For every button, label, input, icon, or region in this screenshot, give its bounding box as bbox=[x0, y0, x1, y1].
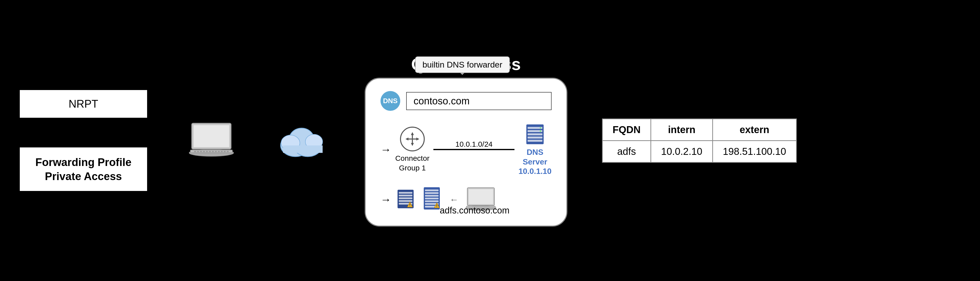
adfs-server-icon-1: ! bbox=[396, 188, 418, 213]
quick-access-box: builtin DNS forwarder DNS contoso.com → bbox=[365, 78, 567, 226]
forwarding-box: Forwarding Profile Private Access bbox=[20, 147, 147, 191]
connector-group-label: Connector Group 1 bbox=[395, 153, 430, 172]
svg-rect-21 bbox=[283, 145, 323, 153]
svg-rect-39 bbox=[399, 197, 412, 199]
dns-server-line2: Server bbox=[523, 157, 547, 166]
adfs-icon-1-block: ! bbox=[396, 188, 418, 213]
svg-rect-55 bbox=[468, 189, 493, 204]
svg-text:!: ! bbox=[409, 203, 410, 207]
dns-domain-field: contoso.com bbox=[406, 92, 552, 110]
adfs-icons-block: ! bbox=[396, 186, 445, 213]
dns-server-block: DNS Server 10.0.1.10 bbox=[519, 123, 551, 176]
svg-rect-11 bbox=[215, 151, 217, 152]
svg-text:!: ! bbox=[436, 204, 438, 208]
svg-rect-1 bbox=[194, 125, 229, 147]
dns-row: DNS contoso.com bbox=[380, 91, 552, 111]
connector-group-line1: Connector bbox=[395, 154, 430, 162]
connector-row: → Con bbox=[380, 123, 552, 176]
svg-rect-7 bbox=[203, 151, 205, 152]
svg-rect-37 bbox=[399, 192, 412, 194]
dns-forwarder-text: builtin DNS forwarder bbox=[423, 60, 502, 69]
connector-line: 10.0.1.0/24 bbox=[433, 149, 514, 150]
nrpt-label: NRPT bbox=[68, 98, 98, 110]
col-extern-header: extern bbox=[713, 119, 796, 140]
svg-rect-13 bbox=[221, 151, 223, 152]
cell-intern-0: 10.0.2.10 bbox=[651, 140, 713, 162]
col-intern-header: intern bbox=[651, 119, 713, 140]
forwarding-label-line1: Forwarding Profile bbox=[35, 156, 132, 168]
svg-rect-49 bbox=[425, 200, 439, 202]
svg-rect-4 bbox=[194, 151, 196, 152]
cloud-icon bbox=[276, 121, 330, 160]
dns-server-line1: DNS bbox=[527, 148, 543, 156]
dns-server-label: DNS Server 10.0.1.10 bbox=[519, 147, 551, 176]
dns-badge-text: DNS bbox=[383, 97, 398, 105]
adfs-label-area: adfs.contoso.com bbox=[440, 205, 509, 216]
table-row: adfs 10.0.2.10 198.51.100.10 bbox=[602, 140, 796, 162]
svg-marker-25 bbox=[411, 143, 414, 146]
svg-point-34 bbox=[540, 127, 541, 129]
cell-extern-0: 198.51.100.10 bbox=[713, 140, 796, 162]
svg-rect-32 bbox=[528, 137, 542, 139]
svg-rect-38 bbox=[399, 195, 412, 196]
svg-rect-9 bbox=[209, 151, 211, 152]
connector-group-area: Connector Group 1 bbox=[395, 127, 430, 172]
dns-forwarder-callout: builtin DNS forwarder bbox=[415, 56, 510, 73]
svg-rect-10 bbox=[212, 151, 214, 152]
svg-rect-33 bbox=[528, 140, 542, 142]
adfs-row: → ! bbox=[380, 186, 552, 213]
arrow-right-icon: → bbox=[380, 144, 391, 156]
laptop-section bbox=[187, 121, 236, 160]
dns-server-ip: 10.0.1.10 bbox=[519, 167, 551, 176]
adfs-laptop-arrow-icon: ← bbox=[450, 195, 458, 205]
svg-marker-26 bbox=[406, 137, 409, 140]
svg-marker-27 bbox=[416, 137, 419, 140]
connector-line-label: 10.0.1.0/24 bbox=[455, 140, 492, 148]
connector-group-line2: Group 1 bbox=[399, 164, 426, 172]
quick-access-container: Quick Access builtin DNS forwarder DNS c… bbox=[365, 54, 567, 226]
cloud-section bbox=[276, 121, 330, 160]
svg-rect-8 bbox=[206, 151, 208, 152]
connector-icon bbox=[400, 127, 425, 152]
svg-rect-46 bbox=[425, 192, 439, 194]
svg-rect-47 bbox=[425, 195, 439, 196]
nrpt-box: NRPT bbox=[20, 90, 147, 118]
laptop-icon bbox=[187, 121, 236, 160]
left-section: NRPT Forwarding Profile Private Access bbox=[20, 90, 147, 191]
svg-rect-6 bbox=[200, 151, 202, 152]
dns-server-svg-icon bbox=[525, 123, 545, 145]
svg-marker-24 bbox=[411, 132, 414, 135]
svg-rect-12 bbox=[218, 151, 220, 152]
dns-domain-value: contoso.com bbox=[414, 96, 470, 106]
svg-point-35 bbox=[540, 130, 541, 132]
col-fqdn-header: FQDN bbox=[602, 119, 651, 140]
svg-rect-5 bbox=[197, 151, 199, 152]
data-table: FQDN intern extern adfs 10.0.2.10 198.51… bbox=[602, 118, 797, 163]
svg-rect-40 bbox=[399, 200, 412, 202]
svg-rect-14 bbox=[224, 151, 226, 152]
svg-rect-48 bbox=[425, 198, 439, 200]
table-section: FQDN intern extern adfs 10.0.2.10 198.51… bbox=[602, 118, 797, 163]
table-header-row: FQDN intern extern bbox=[602, 119, 796, 140]
cell-fqdn-0: adfs bbox=[602, 140, 651, 162]
forwarding-label-line2: Private Access bbox=[45, 170, 122, 182]
dns-badge: DNS bbox=[380, 91, 400, 111]
adfs-arrow-icon: → bbox=[380, 193, 391, 206]
svg-rect-3 bbox=[190, 150, 232, 153]
adfs-label: adfs.contoso.com bbox=[440, 205, 509, 216]
svg-rect-31 bbox=[528, 133, 542, 135]
svg-rect-15 bbox=[227, 151, 229, 152]
svg-rect-45 bbox=[425, 190, 439, 191]
